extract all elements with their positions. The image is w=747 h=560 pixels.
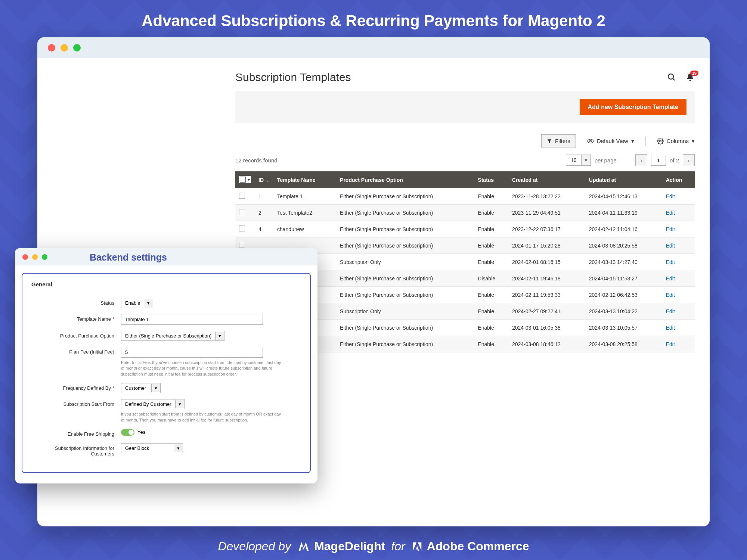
edit-link[interactable]: Edit — [666, 210, 675, 216]
settings-window: Backend settings General Status Enable▾ … — [15, 248, 317, 483]
window-maximize-icon[interactable] — [42, 254, 47, 260]
per-page-label: per page — [595, 157, 617, 164]
default-view-label: Default View — [597, 138, 628, 144]
cell-updated: 2024-04-15 11:53:27 — [585, 270, 662, 287]
columns-label: Columns — [667, 138, 689, 144]
label-free-shipping: Enable Free Shipping — [31, 429, 121, 437]
cell-name: Test Template2 — [273, 205, 336, 221]
cell-updated: 2024-02-12 11:04:16 — [585, 221, 662, 237]
window-close-icon[interactable] — [22, 254, 28, 260]
page-total: of 2 — [670, 157, 679, 164]
cell-option: Either (Single Purchase or Subscription) — [336, 221, 474, 237]
footer-text: Developed by — [218, 539, 291, 553]
edit-link[interactable]: Edit — [666, 308, 675, 314]
edit-link[interactable]: Edit — [666, 276, 675, 281]
default-view-button[interactable]: Default View ▾ — [587, 138, 634, 144]
sub-info-select[interactable]: Gear Block▾ — [121, 443, 183, 453]
records-found: 12 records found — [235, 157, 278, 164]
col-updated[interactable]: Updated at — [585, 171, 662, 188]
chevron-down-icon: ▾ — [692, 138, 695, 144]
chevron-down-icon[interactable]: ▾ — [581, 155, 591, 165]
edit-link[interactable]: Edit — [666, 325, 675, 331]
cell-status: Enable — [474, 205, 508, 221]
start-from-select[interactable]: Defined By Customer▾ — [121, 399, 185, 409]
svg-point-2 — [590, 140, 592, 142]
cell-option: Subscription Only — [336, 303, 474, 320]
edit-link[interactable]: Edit — [666, 243, 675, 249]
cell-status: Enable — [474, 287, 508, 303]
page-size-select[interactable]: ▾ — [566, 155, 591, 166]
row-checkbox[interactable] — [239, 225, 245, 231]
col-template[interactable]: Template Name — [273, 171, 336, 188]
row-checkbox[interactable] — [239, 209, 245, 215]
svg-point-0 — [668, 74, 673, 79]
window-minimize-icon[interactable] — [61, 44, 68, 52]
cell-status: Enable — [474, 237, 508, 254]
edit-link[interactable]: Edit — [666, 292, 675, 298]
edit-link[interactable]: Edit — [666, 341, 675, 347]
settings-window-title: Backend settings — [90, 252, 167, 263]
cell-status: Enable — [474, 221, 508, 237]
frequency-select[interactable]: Customer▾ — [121, 383, 161, 393]
cell-id: 1 — [255, 188, 273, 205]
section-general: General — [31, 281, 301, 287]
free-shipping-toggle[interactable] — [121, 429, 134, 436]
cell-updated: 2024-04-11 11:33:19 — [585, 205, 662, 221]
label-plan-fee: Plan Fee (Initial Fee) — [31, 347, 121, 355]
prev-page-button[interactable]: ‹ — [635, 154, 647, 166]
svg-point-3 — [660, 140, 661, 142]
cell-option: Either (Single Purchase or Subscription) — [336, 205, 474, 221]
window-maximize-icon[interactable] — [73, 44, 81, 52]
cell-option: Either (Single Purchase or Subscription) — [336, 237, 474, 254]
cell-name: Template 1 — [273, 188, 336, 205]
select-all-checkbox[interactable] — [239, 176, 251, 183]
cell-id: 4 — [255, 221, 273, 237]
edit-link[interactable]: Edit — [666, 193, 675, 199]
page-number-input[interactable] — [651, 155, 666, 166]
cell-option: Either (Single Purchase or Subscription) — [336, 270, 474, 287]
filters-button[interactable]: Filters — [541, 134, 576, 147]
notifications-icon[interactable]: 19 — [686, 73, 695, 82]
cell-updated: 2024-02-12 06:42:53 — [585, 287, 662, 303]
template-name-input[interactable] — [121, 314, 263, 325]
cell-option: Either (Single Purchase or Subscription) — [336, 188, 474, 205]
col-option[interactable]: Product Purchase Option — [336, 171, 474, 188]
columns-button[interactable]: Columns ▾ — [657, 138, 695, 144]
chevron-down-icon: ▾ — [631, 138, 634, 144]
plan-fee-input[interactable] — [121, 347, 263, 358]
edit-link[interactable]: Edit — [666, 259, 675, 265]
cell-name: chandunew — [273, 221, 336, 237]
col-created[interactable]: Created at — [508, 171, 585, 188]
cell-created: 2023-11-29 04:49:51 — [508, 205, 585, 221]
next-page-button[interactable]: › — [683, 154, 695, 166]
row-checkbox[interactable] — [239, 242, 245, 248]
status-select[interactable]: Enable▾ — [121, 298, 153, 308]
cell-created: 2024-03-01 16:05:38 — [508, 320, 585, 336]
cell-updated: 2024-03-08 20:25:58 — [585, 237, 662, 254]
window-minimize-icon[interactable] — [32, 254, 38, 260]
window-close-icon[interactable] — [48, 44, 55, 52]
cell-created: 2024-02-11 19:46:18 — [508, 270, 585, 287]
label-status: Status — [31, 298, 121, 306]
page-size-input[interactable] — [566, 155, 581, 165]
pager: ▾ per page ‹ of 2 › — [566, 154, 695, 166]
row-checkbox[interactable] — [239, 193, 245, 199]
table-row: 2 Test Template2 Either (Single Purchase… — [235, 205, 695, 221]
ppo-select[interactable]: Either (Single Purchase or Subscription)… — [121, 331, 224, 341]
plan-fee-help: Enter Initial Fee. If you've choosen sub… — [121, 360, 282, 377]
cell-option: Either (Single Purchase or Subscription) — [336, 287, 474, 303]
col-action: Action — [662, 171, 695, 188]
notification-badge: 19 — [690, 71, 698, 76]
label-frequency: Frequency Defined By* — [31, 383, 121, 391]
label-start-from: Subscription Start From — [31, 399, 121, 407]
footer: Developed by MageDelight for Adobe Comme… — [0, 539, 747, 553]
edit-link[interactable]: Edit — [666, 226, 675, 232]
search-icon[interactable] — [667, 73, 676, 82]
cell-updated: 2024-03-13 10:05:57 — [585, 320, 662, 336]
col-id[interactable]: ID ↓ — [255, 171, 273, 188]
cell-status: Enable — [474, 320, 508, 336]
col-status[interactable]: Status — [474, 171, 508, 188]
add-template-button[interactable]: Add new Subscription Template — [580, 99, 686, 115]
label-template-name: Template Name* — [31, 314, 121, 322]
filters-label: Filters — [555, 138, 570, 144]
